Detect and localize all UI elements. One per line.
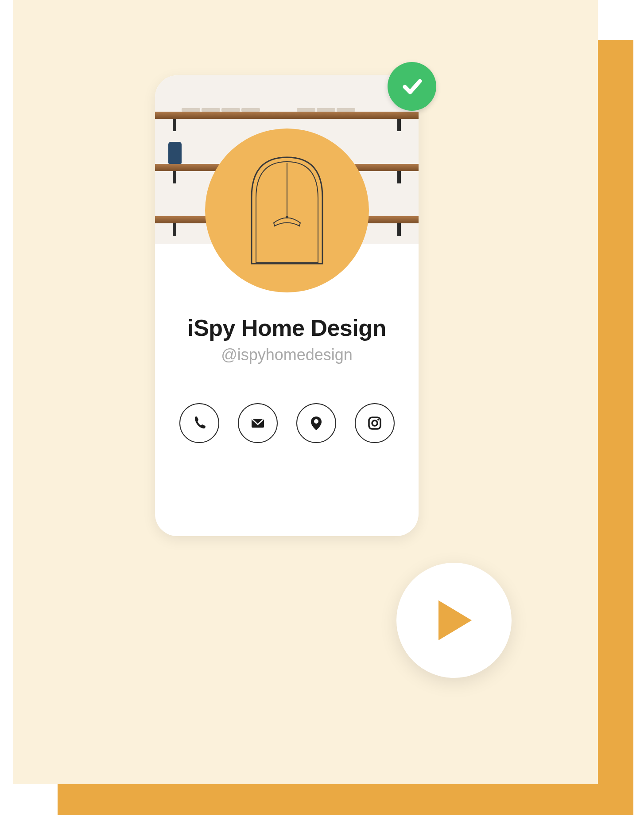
instagram-button[interactable]: [355, 403, 395, 443]
shelf-illustration: [155, 112, 419, 119]
mail-icon: [248, 414, 267, 432]
vase-icon: [168, 142, 182, 164]
phone-icon: [190, 414, 208, 432]
svg-point-3: [314, 419, 318, 424]
verified-badge: [388, 62, 436, 111]
location-button[interactable]: [296, 403, 336, 443]
profile-card: iSpy Home Design @ispyhomedesign: [155, 75, 419, 536]
checkmark-icon: [399, 73, 425, 100]
instagram-icon: [365, 414, 384, 432]
books-stack-icon: [297, 94, 355, 112]
svg-point-5: [372, 420, 377, 426]
svg-point-6: [377, 419, 379, 420]
profile-name: iSpy Home Design: [155, 315, 419, 341]
play-button[interactable]: [396, 563, 512, 678]
profile-avatar: [205, 128, 369, 292]
books-stack-icon: [182, 94, 260, 112]
profile-handle: @ispyhomedesign: [155, 346, 419, 364]
location-pin-icon: [307, 414, 325, 432]
play-icon: [434, 598, 474, 642]
svg-point-1: [286, 216, 288, 218]
action-button-row: [155, 403, 419, 443]
lamp-window-icon: [243, 148, 331, 272]
email-button[interactable]: [238, 403, 278, 443]
phone-button[interactable]: [179, 403, 219, 443]
